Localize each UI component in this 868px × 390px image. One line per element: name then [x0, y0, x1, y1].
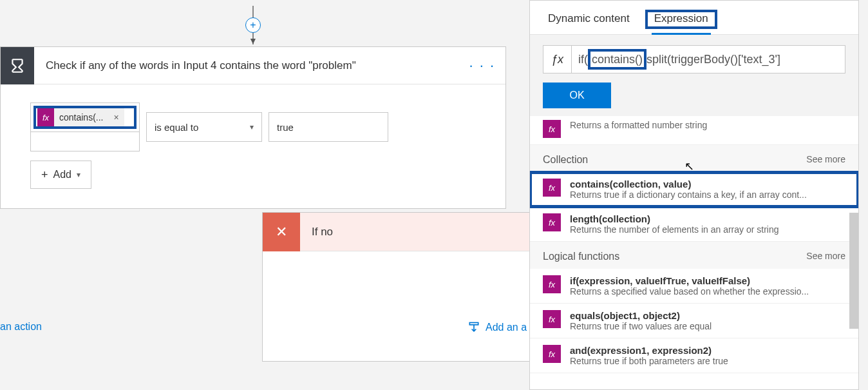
plus-icon: +	[41, 168, 48, 182]
condition-value-input[interactable]: true	[269, 112, 388, 142]
fx-icon: ƒx	[543, 46, 572, 73]
condition-icon	[1, 47, 34, 84]
expression-input-row: ƒx if(contains()split(triggerBody()['tex…	[543, 45, 845, 73]
remove-token-button[interactable]: ×	[108, 112, 124, 122]
operand-extra-space[interactable]	[30, 132, 140, 151]
condition-value-text: true	[277, 122, 294, 133]
fx-icon: fx	[543, 120, 561, 138]
see-more-logical[interactable]: See more	[806, 251, 845, 262]
expression-input[interactable]: if(contains()split(triggerBody()['text_3…	[572, 49, 845, 70]
add-step-button[interactable]: +	[245, 17, 261, 33]
ok-button[interactable]: OK	[543, 83, 611, 108]
function-item-formatnumber[interactable]: fx Returns a formatted number string	[530, 116, 858, 145]
add-condition-button[interactable]: + Add ▾	[30, 161, 91, 189]
condition-menu-button[interactable]: · · ·	[469, 57, 495, 74]
add-action-link-left[interactable]: an action	[0, 321, 42, 333]
close-icon: ✕	[263, 213, 300, 251]
add-condition-label: Add	[53, 169, 71, 180]
flow-connector: + ▼	[248, 3, 258, 44]
see-more-collection[interactable]: See more	[806, 154, 845, 166]
condition-header[interactable]: Check if any of the words in Input 4 con…	[1, 47, 505, 84]
chevron-down-icon: ▾	[250, 122, 254, 132]
fx-icon: fx	[37, 108, 54, 127]
svg-rect-0	[469, 323, 478, 325]
tab-expression[interactable]: Expression	[652, 8, 711, 34]
expression-token[interactable]: fx contains(... ×	[37, 108, 124, 127]
condition-operator-label: is equal to	[155, 122, 198, 133]
category-collection: Collection See more	[530, 145, 858, 172]
tab-dynamic-content[interactable]: Dynamic content	[545, 8, 632, 34]
condition-card: Check if any of the words in Input 4 con…	[0, 46, 506, 209]
fx-icon: fx	[543, 213, 561, 231]
condition-left-operand[interactable]: fx contains(... ×	[30, 102, 140, 132]
fx-icon: fx	[543, 345, 561, 363]
category-logical: Logical functions See more	[530, 242, 858, 269]
scrollbar[interactable]	[849, 213, 858, 329]
function-item-if[interactable]: fx if(expression, valueIfTrue, valueIfFa…	[530, 269, 858, 304]
fx-icon: fx	[543, 310, 561, 328]
function-item-and[interactable]: fx and(expression1, expression2) Returns…	[530, 338, 858, 373]
function-item-equals[interactable]: fx equals(object1, object2) Returns true…	[530, 304, 858, 338]
expression-token-label: contains(...	[54, 112, 108, 122]
if-no-header[interactable]: ✕ If no	[263, 213, 529, 251]
fx-icon: fx	[543, 275, 561, 293]
fx-icon: fx	[543, 179, 561, 197]
if-no-title: If no	[300, 226, 333, 239]
if-no-card: ✕ If no	[262, 212, 530, 362]
function-item-contains[interactable]: fx contains(collection, value) Returns t…	[530, 172, 858, 207]
condition-title: Check if any of the words in Input 4 con…	[34, 59, 469, 72]
function-item-length[interactable]: fx length(collection) Returns the number…	[530, 207, 858, 242]
expression-panel: Dynamic content Expression ƒx if(contain…	[529, 0, 859, 390]
condition-operator-select[interactable]: is equal to ▾	[146, 112, 262, 142]
chevron-down-icon: ▾	[77, 170, 80, 179]
add-action-icon	[467, 321, 480, 334]
expression-highlight: contains()	[588, 49, 646, 70]
add-action-link-right[interactable]: Add an a	[467, 321, 527, 334]
